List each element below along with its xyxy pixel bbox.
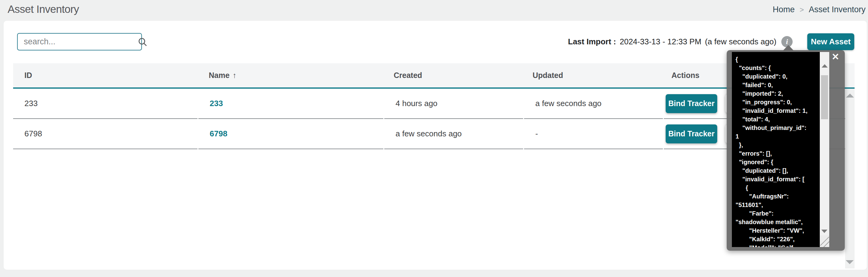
bind-tracker-button[interactable]: Bind Tracker <box>665 94 717 113</box>
cell-name: 6798 <box>198 119 383 149</box>
new-asset-button[interactable]: New Asset <box>807 33 854 50</box>
last-import-value: 2024-33-13 - 12:33 PM <box>620 37 701 47</box>
import-json-textarea[interactable]: { "counts": { "duplicated": 0, "failed":… <box>732 52 820 247</box>
column-header-updated[interactable]: Updated <box>521 71 660 80</box>
tooltip-caret <box>782 45 794 51</box>
asset-name-link[interactable]: 6798 <box>210 129 227 138</box>
cell-created: a few seconds ago <box>384 119 523 149</box>
table-scrollbar[interactable] <box>845 89 855 269</box>
breadcrumb-current: Asset Inventory <box>809 5 866 15</box>
tooltip-scrollbar[interactable] <box>820 52 829 236</box>
last-import-relative: (a few seconds ago) <box>705 37 776 47</box>
column-header-name-label: Name <box>209 71 229 80</box>
breadcrumb: Home > Asset Inventory <box>773 5 866 15</box>
cell-created: 4 hours ago <box>384 89 523 119</box>
search-icon[interactable] <box>135 35 150 49</box>
breadcrumb-home-link[interactable]: Home <box>773 5 795 15</box>
scroll-up-icon[interactable] <box>846 93 854 98</box>
cell-id: 6798 <box>13 119 197 149</box>
search-box <box>17 33 142 51</box>
asset-name-link[interactable]: 233 <box>210 99 223 108</box>
cell-name: 233 <box>198 89 383 119</box>
breadcrumb-separator: > <box>800 5 804 14</box>
textarea-resize-grip[interactable] <box>820 236 829 247</box>
sort-ascending-icon: ↑ <box>232 71 237 80</box>
column-header-id[interactable]: ID <box>13 71 197 80</box>
tooltip-scroll-up-icon[interactable] <box>822 64 828 67</box>
cell-id: 233 <box>13 89 197 119</box>
page-title: Asset Inventory <box>8 3 79 15</box>
last-import-status: Last Import : 2024-33-13 - 12:33 PM (a f… <box>568 37 776 47</box>
import-info-tooltip: { "counts": { "duplicated": 0, "failed":… <box>727 50 845 251</box>
cell-updated: - <box>524 119 663 149</box>
cell-updated: a few seconds ago <box>524 89 663 119</box>
toolbar-right: Last Import : 2024-33-13 - 12:33 PM (a f… <box>568 33 854 51</box>
tooltip-scroll-thumb[interactable] <box>821 75 828 119</box>
column-header-created[interactable]: Created <box>382 71 521 80</box>
tooltip-scroll-down-icon[interactable] <box>821 230 828 233</box>
column-header-name[interactable]: Name ↑ <box>197 71 382 80</box>
tooltip-close-icon[interactable]: ✕ <box>832 51 839 63</box>
last-import-label: Last Import : <box>568 37 616 47</box>
bind-tracker-button[interactable]: Bind Tracker <box>665 124 717 143</box>
scroll-down-icon[interactable] <box>846 260 854 264</box>
search-input[interactable] <box>18 34 135 50</box>
